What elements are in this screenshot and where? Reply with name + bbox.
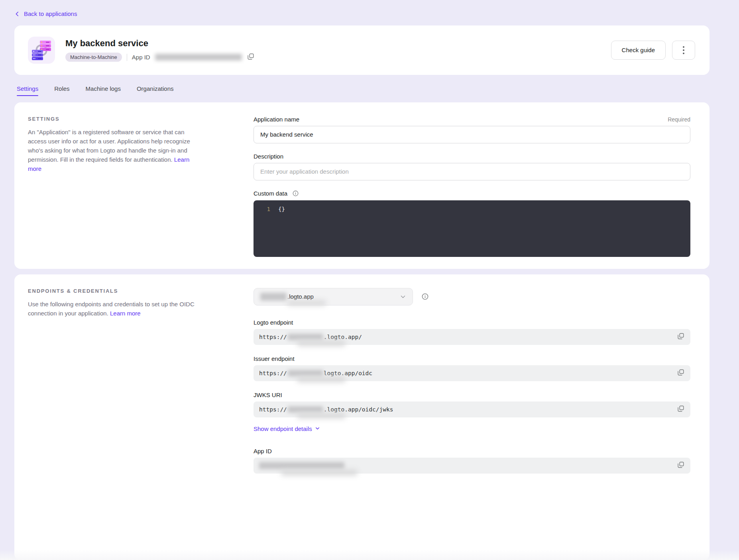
- application-name-label: Application name: [254, 116, 299, 123]
- issuer-endpoint-field: https://logto.app/oidc: [254, 365, 690, 381]
- tenant-domain-text: .logto.app: [287, 293, 314, 300]
- tenant-endpoint-row: .logto.app: [254, 288, 690, 305]
- chevron-down-icon: [400, 294, 406, 300]
- endpoint-url-prefix: https://: [259, 370, 287, 376]
- tab-roles[interactable]: Roles: [54, 85, 69, 96]
- endpoint-redacted-segment: [288, 406, 323, 413]
- copy-app-id-value-button[interactable]: [677, 461, 685, 470]
- copy-icon: [248, 53, 254, 61]
- endpoints-learn-more-link[interactable]: Learn more: [110, 310, 141, 317]
- endpoints-section-title: ENDPOINTS & CREDENTIALS: [28, 288, 203, 294]
- settings-section-description: An "Application" is a registered softwar…: [28, 127, 203, 173]
- tab-machine-logs[interactable]: Machine logs: [86, 85, 121, 96]
- tenant-name-redacted: [260, 293, 287, 301]
- endpoint-url-suffix: logto.app/oidc: [324, 370, 372, 376]
- tab-settings[interactable]: Settings: [17, 85, 38, 96]
- custom-data-code-editor[interactable]: 1 {}: [254, 200, 690, 257]
- logto-endpoint-field: https://.logto.app/: [254, 329, 690, 345]
- description-label: Description: [254, 153, 283, 160]
- copy-icon: [678, 405, 684, 413]
- app-id-redacted-value: [259, 462, 344, 469]
- application-name-input[interactable]: [254, 126, 690, 143]
- description-input[interactable]: [254, 163, 690, 180]
- app-type-badge: Machine-to-Machine: [65, 53, 122, 62]
- settings-section-intro: SETTINGS An "Application" is a registere…: [28, 116, 203, 257]
- jwks-uri-group: JWKS URI https://.logto.app/oidc/jwks: [254, 392, 690, 417]
- header-actions: Check guide: [611, 41, 695, 60]
- logto-endpoint-label: Logto endpoint: [254, 319, 690, 326]
- tenant-domain-select[interactable]: .logto.app: [254, 288, 413, 305]
- required-note: Required: [668, 116, 690, 123]
- back-link-label: Back to applications: [24, 10, 77, 17]
- code-line: 1 {}: [254, 206, 690, 212]
- app-id-field: [254, 458, 690, 474]
- machine-to-machine-app-icon: [28, 37, 55, 64]
- copy-logto-endpoint-button[interactable]: [677, 332, 685, 341]
- custom-data-info-icon[interactable]: [293, 190, 299, 196]
- tenant-name-smudge: [287, 300, 326, 305]
- endpoint-url-prefix: https://: [259, 406, 287, 413]
- settings-card: SETTINGS An "Application" is a registere…: [14, 102, 710, 269]
- application-detail-page: Back to applications: [0, 0, 739, 560]
- kebab-menu-icon: [683, 46, 684, 54]
- settings-form: Application name Required Description Cu…: [254, 116, 690, 257]
- meta-divider: [127, 54, 127, 61]
- tenant-endpoint-info-icon[interactable]: [422, 293, 428, 300]
- jwks-uri-field: https://.logto.app/oidc/jwks: [254, 401, 690, 417]
- tab-organizations[interactable]: Organizations: [137, 85, 174, 96]
- issuer-endpoint-group: Issuer endpoint https://logto.app/oidc: [254, 355, 690, 381]
- settings-section-title: SETTINGS: [28, 116, 203, 122]
- custom-data-group: Custom data 1 {}: [254, 190, 690, 257]
- endpoints-section-description: Use the following endpoints and credenti…: [28, 300, 203, 318]
- endpoint-url-suffix: .logto.app/: [324, 334, 362, 340]
- endpoints-credentials-card: ENDPOINTS & CREDENTIALS Use the followin…: [14, 274, 710, 560]
- app-id-field-label: App ID: [254, 448, 690, 454]
- app-id-label: App ID: [132, 54, 150, 61]
- endpoint-redacted-segment: [288, 370, 323, 376]
- application-tabs: Settings Roles Machine logs Organization…: [14, 85, 710, 96]
- copy-icon: [678, 333, 684, 341]
- application-meta-row: Machine-to-Machine App ID: [65, 53, 255, 62]
- copy-icon: [678, 369, 684, 377]
- issuer-endpoint-label: Issuer endpoint: [254, 355, 690, 362]
- code-line-number: 1: [254, 206, 270, 212]
- endpoint-url-prefix: https://: [259, 334, 287, 340]
- application-header-info: My backend service Machine-to-Machine Ap…: [65, 38, 255, 62]
- custom-data-label: Custom data: [254, 190, 287, 197]
- endpoint-url-suffix: .logto.app/oidc/jwks: [324, 406, 393, 413]
- chevron-down-icon: [315, 425, 320, 432]
- chevron-left-icon: [14, 11, 20, 17]
- code-content: {}: [278, 206, 285, 212]
- show-endpoint-details-link[interactable]: Show endpoint details: [254, 425, 320, 432]
- logto-endpoint-group: Logto endpoint https://.logto.app/: [254, 319, 690, 345]
- jwks-uri-label: JWKS URI: [254, 392, 690, 398]
- description-group: Description: [254, 153, 690, 180]
- application-header-card: My backend service Machine-to-Machine Ap…: [14, 25, 710, 75]
- copy-jwks-uri-button[interactable]: [677, 405, 685, 414]
- endpoint-smudge: [297, 376, 345, 382]
- endpoint-redacted-segment: [288, 334, 323, 340]
- back-to-applications-link[interactable]: Back to applications: [14, 10, 77, 17]
- application-name-group: Application name Required: [254, 116, 690, 143]
- check-guide-button[interactable]: Check guide: [611, 41, 666, 60]
- endpoints-form: .logto.app Logto endpoint https://.logto…: [254, 288, 690, 548]
- endpoints-section-intro: ENDPOINTS & CREDENTIALS Use the followin…: [28, 288, 203, 548]
- app-id-redacted-value: [155, 54, 242, 61]
- copy-app-id-button[interactable]: [247, 53, 255, 62]
- application-title: My backend service: [65, 38, 255, 49]
- endpoint-smudge: [297, 340, 345, 346]
- copy-icon: [678, 462, 684, 469]
- endpoint-smudge: [297, 413, 345, 419]
- copy-issuer-endpoint-button[interactable]: [677, 368, 685, 378]
- app-id-group: App ID: [254, 448, 690, 474]
- more-actions-button[interactable]: [672, 41, 695, 60]
- app-id-smudge: [281, 470, 357, 476]
